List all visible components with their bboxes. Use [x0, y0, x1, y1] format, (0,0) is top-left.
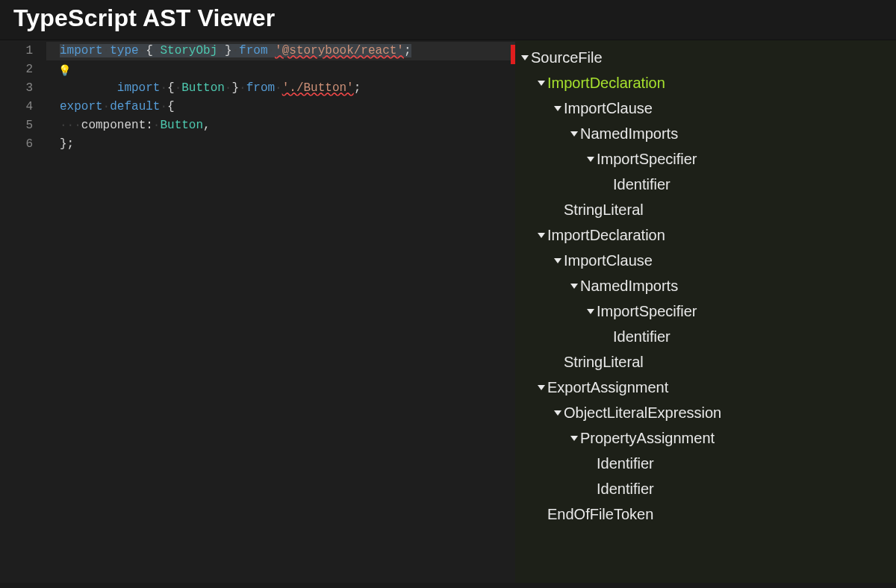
ast-tree-pane[interactable]: SourceFileImportDeclarationImportClauseN… [515, 40, 896, 583]
ast-node-label: StringLiteral [564, 349, 644, 375]
tree-selection-marker [511, 45, 515, 64]
line-number: 3 [0, 79, 33, 98]
chevron-down-icon[interactable] [587, 157, 594, 162]
ast-tree-node[interactable]: SourceFile [515, 45, 896, 70]
code-line[interactable] [46, 79, 515, 98]
ast-tree-node[interactable]: StringLiteral [515, 197, 896, 222]
ast-node-label: ImportSpecifier [597, 298, 697, 324]
ast-node-label: NamedImports [580, 121, 678, 146]
chevron-down-icon[interactable] [521, 55, 529, 60]
line-number: 2 [0, 60, 33, 79]
line-number: 4 [0, 98, 33, 116]
ast-tree-node[interactable]: StringLiteral [515, 349, 896, 375]
main: 1 2 3 4 5 6 import·type·{·StoryObj·}·fro… [0, 40, 896, 583]
chevron-down-icon[interactable] [587, 309, 594, 314]
ast-tree-node[interactable]: ImportSpecifier [515, 146, 896, 172]
ast-tree-node[interactable]: Identifier [515, 451, 896, 476]
ast-tree-node[interactable]: PropertyAssignment [515, 425, 896, 451]
ast-node-label: NamedImports [580, 273, 678, 298]
ast-node-label: SourceFile [531, 45, 603, 70]
ast-node-label: StringLiteral [564, 197, 644, 222]
ast-tree-node[interactable]: ImportClause [515, 248, 896, 273]
line-number: 1 [0, 42, 33, 60]
ast-tree-node[interactable]: ImportDeclaration [515, 70, 896, 96]
code-line[interactable]: 💡import·{·Button·}·from·'./Button'; [46, 60, 515, 79]
ast-tree-node[interactable]: ImportSpecifier [515, 298, 896, 324]
ast-node-label: ImportClause [564, 96, 653, 121]
ast-node-label: Identifier [613, 172, 671, 197]
header: TypeScript AST Viewer [0, 0, 896, 40]
chevron-down-icon[interactable] [554, 106, 561, 111]
ast-node-label: Identifier [597, 451, 654, 476]
chevron-down-icon[interactable] [554, 410, 561, 416]
chevron-down-icon[interactable] [570, 284, 578, 289]
ast-node-label: ImportDeclaration [547, 222, 665, 248]
ast-tree-node[interactable]: NamedImports [515, 273, 896, 298]
code-editor[interactable]: 1 2 3 4 5 6 import·type·{·StoryObj·}·fro… [0, 40, 515, 583]
ast-node-label: PropertyAssignment [580, 425, 715, 451]
code-line[interactable]: export·default·{ [46, 98, 515, 116]
ast-node-label: ObjectLiteralExpression [564, 400, 721, 425]
ast-tree-node[interactable]: Identifier [515, 172, 896, 197]
code-line[interactable]: }; [46, 135, 515, 154]
chevron-down-icon[interactable] [538, 81, 545, 86]
ast-node-label: Identifier [597, 476, 654, 501]
ast-tree-node[interactable]: Identifier [515, 324, 896, 349]
code-line[interactable]: import·type·{·StoryObj·}·from·'@storyboo… [46, 42, 515, 60]
ast-tree-node[interactable]: EndOfFileToken [515, 501, 896, 527]
chevron-down-icon[interactable] [570, 131, 578, 137]
line-number: 6 [0, 135, 33, 154]
ast-node-label: ImportSpecifier [597, 146, 697, 172]
line-number-gutter: 1 2 3 4 5 6 [0, 40, 46, 583]
page-title: TypeScript AST Viewer [13, 4, 883, 32]
ast-tree-node[interactable]: NamedImports [515, 121, 896, 146]
ast-node-label: ImportDeclaration [547, 70, 665, 96]
ast-node-label: ExportAssignment [547, 375, 668, 400]
lightbulb-icon[interactable]: 💡 [58, 62, 71, 81]
ast-tree-node[interactable]: ExportAssignment [515, 375, 896, 400]
code-content[interactable]: import·type·{·StoryObj·}·from·'@storyboo… [46, 40, 515, 583]
ast-tree-node[interactable]: Identifier [515, 476, 896, 501]
ast-tree-node[interactable]: ImportDeclaration [515, 222, 896, 248]
ast-tree-node[interactable]: ImportClause [515, 96, 896, 121]
ast-node-label: ImportClause [564, 248, 653, 273]
line-number: 5 [0, 116, 33, 135]
chevron-down-icon[interactable] [538, 233, 545, 238]
chevron-down-icon[interactable] [554, 258, 561, 263]
ast-tree-node[interactable]: ObjectLiteralExpression [515, 400, 896, 425]
chevron-down-icon[interactable] [538, 385, 545, 390]
ast-node-label: Identifier [613, 324, 671, 349]
code-line[interactable]: ···component:·Button, [46, 116, 515, 135]
chevron-down-icon[interactable] [570, 436, 578, 441]
ast-node-label: EndOfFileToken [547, 501, 653, 527]
